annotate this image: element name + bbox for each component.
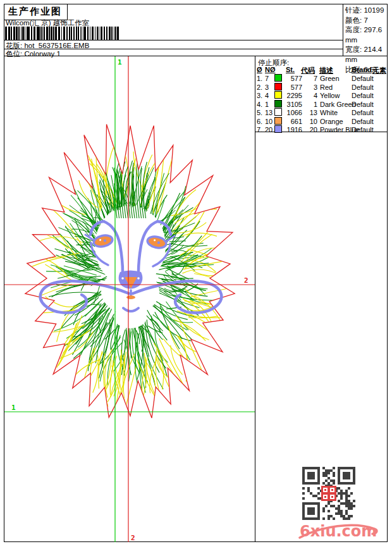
cell: Red [320,83,333,91]
cell: 10 [302,118,317,125]
cell: 20 [265,126,273,133]
cell: 661 [283,118,302,125]
column-header: 元素 [372,66,386,75]
cell: 4. [257,101,262,108]
cell: 3 [265,83,269,91]
cell: Default [352,109,374,116]
thread-color-swatch [274,117,282,125]
design-file-label: 花版: [6,42,22,49]
cell: 20 [302,126,317,133]
thread-color-swatch [274,83,282,90]
qr-code [302,467,355,520]
divider [343,4,343,56]
cell: 3 [302,83,317,91]
cell: Default [352,75,374,82]
cell: Yellow [320,92,340,99]
production-worksheet: 生产作业图 Wilcom(汇 京) 越饰工作室 花版: hot_5637516E… [0,0,392,544]
cell: 1066 [283,109,302,116]
embroidery-design-canvas: 1122 [4,56,255,542]
cell: White [320,109,338,116]
thread-color-swatch [274,100,282,108]
cell: 1. [257,75,262,82]
thread-color-swatch [274,125,282,133]
column-header: St. [286,66,295,73]
column-header: NØ [265,66,276,73]
cell: Default [352,92,374,99]
cell: 1 [302,101,317,108]
watermark: 6xiu.com [296,520,383,543]
cell: 3. [257,92,262,99]
cell: 2295 [283,92,302,99]
thread-color-swatch [274,108,282,116]
cell: 4 [302,92,317,99]
cell: 7 [265,75,269,82]
marker-label: 1 [11,404,16,412]
cell: 1916 [283,126,302,133]
cell: 13 [265,109,273,116]
marker-label: 2 [131,534,135,542]
watermark-swoosh-icon [296,520,383,543]
cell: 2. [257,83,262,91]
cell: 3105 [283,101,302,108]
cell: 577 [283,83,302,91]
column-header: 代码 [301,66,315,75]
marker-label: 2 [244,276,248,285]
info-row: 针迹: 10199 [345,6,392,16]
column-header: Brand [352,66,372,73]
info-row: 高度: 297.6 mm [345,25,392,45]
cell: Orange [320,118,343,125]
cell: Default [352,126,374,133]
thread-color-swatch [274,91,282,99]
cell: Default [352,101,374,108]
thread-color-swatch [274,74,282,82]
cell: Default [352,118,374,125]
barcode [5,27,121,40]
design-file-value: hot_5637516E.EMB [24,42,89,49]
column-header: Ø [257,66,262,73]
cell: Green [320,75,340,82]
stop-sequence-table: ØNØSt.代码描述Brand元素1.75777GreenDefault2.35… [255,56,388,132]
cell: 6. [257,118,262,125]
cell: 5. [257,109,262,116]
cell: Default [352,83,374,91]
info-row: 颜色: 7 [345,16,392,26]
cell: 10 [265,118,273,125]
cell: 4 [265,92,269,99]
marker-label: 1 [118,58,122,66]
cell: 7 [302,75,317,82]
qr-center-seal [321,486,336,501]
cell: 7. [257,126,262,133]
cell: 577 [283,75,302,82]
cell: Dark Green [320,101,356,108]
cell: 13 [302,109,317,116]
cell: 1 [265,101,269,108]
column-header: 描述 [319,66,333,75]
